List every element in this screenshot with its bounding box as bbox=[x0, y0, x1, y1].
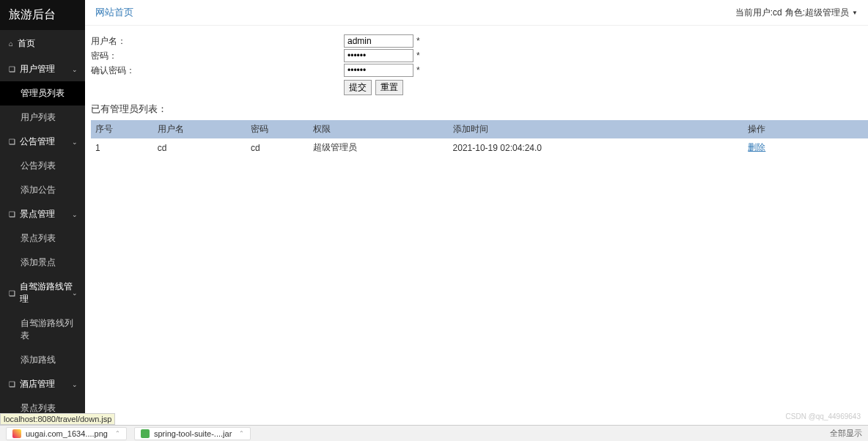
submit-button[interactable]: 提交 bbox=[344, 80, 372, 95]
chevron-down-icon: ⌄ bbox=[72, 66, 78, 73]
sidebar-item-notice-list[interactable]: 公告列表 bbox=[0, 154, 85, 178]
required-star: * bbox=[416, 36, 420, 46]
user-info[interactable]: 当前用户:cd 角色:超级管理员 ▼ bbox=[735, 7, 858, 19]
layers-icon: ❑ bbox=[9, 210, 15, 218]
th-action: 操作 bbox=[743, 120, 868, 138]
topbar: 网站首页 当前用户:cd 角色:超级管理员 ▼ bbox=[85, 0, 868, 26]
nav-label: 酒店管理 bbox=[20, 378, 55, 390]
role-label: 角色:超级管理员 bbox=[785, 7, 849, 19]
layers-icon: ❑ bbox=[9, 289, 15, 297]
username-label: 用户名： bbox=[91, 35, 344, 48]
layers-icon: ❑ bbox=[9, 138, 15, 146]
required-star: * bbox=[416, 65, 420, 75]
home-link[interactable]: 网站首页 bbox=[95, 6, 133, 19]
sidebar-item-user-list[interactable]: 用户列表 bbox=[0, 105, 85, 130]
sidebar-group-spot[interactable]: ❑ 景点管理 ⌄ bbox=[0, 202, 85, 226]
th-role: 权限 bbox=[309, 120, 449, 138]
sidebar-item-spot-list[interactable]: 景点列表 bbox=[0, 226, 85, 251]
chevron-down-icon: ⌄ bbox=[72, 289, 78, 297]
cell-role: 超级管理员 bbox=[309, 138, 449, 157]
sidebar-item-admin-list[interactable]: 管理员列表 bbox=[0, 81, 85, 105]
password-label: 密码： bbox=[91, 50, 344, 62]
sidebar-group-notice[interactable]: ❑ 公告管理 ⌄ bbox=[0, 130, 85, 154]
confirm-label: 确认密码： bbox=[91, 64, 344, 77]
sidebar-item-add-route[interactable]: 添加路线 bbox=[0, 348, 85, 372]
cell-no: 1 bbox=[91, 138, 153, 157]
chevron-down-icon: ⌄ bbox=[72, 138, 78, 146]
sidebar-home[interactable]: ⌂ 首页 bbox=[0, 30, 85, 57]
cell-password: cd bbox=[246, 138, 309, 157]
sidebar-item-add-spot[interactable]: 添加景点 bbox=[0, 251, 85, 275]
sidebar-group-route[interactable]: ❑ 自驾游路线管理 ⌄ bbox=[0, 275, 85, 311]
th-password: 密码 bbox=[246, 120, 309, 138]
admin-table: 序号 用户名 密码 权限 添加时间 操作 1 cd cd 超级管理员 2021- bbox=[91, 120, 868, 157]
nav-label: 自驾游路线管理 bbox=[20, 281, 76, 305]
password-input[interactable] bbox=[344, 49, 413, 62]
sidebar-item-route-list[interactable]: 自驾游路线列表 bbox=[0, 311, 85, 348]
table-row: 1 cd cd 超级管理员 2021-10-19 02:04:24.0 删除 bbox=[91, 138, 868, 157]
nav-label: 首页 bbox=[18, 37, 35, 50]
layers-icon: ❑ bbox=[9, 380, 15, 388]
current-user: 当前用户:cd bbox=[735, 7, 782, 19]
confirm-input[interactable] bbox=[344, 64, 413, 77]
status-tooltip: localhost:8080/travel/down.jsp bbox=[0, 413, 115, 425]
content-area: 用户名： * 密码： * 确认密码： * 提交 重置 已有管理员列表： bbox=[85, 26, 868, 157]
chevron-down-icon: ⌄ bbox=[72, 211, 78, 218]
nav-label: 公告管理 bbox=[20, 136, 55, 148]
home-icon: ⌂ bbox=[9, 40, 13, 48]
cell-time: 2021-10-19 02:04:24.0 bbox=[449, 138, 744, 157]
nav-label: 景点管理 bbox=[20, 208, 55, 220]
delete-link[interactable]: 删除 bbox=[748, 142, 765, 152]
cell-username: cd bbox=[153, 138, 246, 157]
sidebar-item-add-notice[interactable]: 添加公告 bbox=[0, 178, 85, 202]
layers-icon: ❑ bbox=[9, 65, 15, 73]
brand-title: 旅游后台 bbox=[0, 0, 85, 30]
caret-down-icon: ▼ bbox=[852, 10, 858, 16]
th-time: 添加时间 bbox=[449, 120, 744, 138]
watermark: CSDN @qq_44969643 bbox=[786, 412, 861, 420]
reset-button[interactable]: 重置 bbox=[375, 80, 403, 95]
sidebar-group-hotel[interactable]: ❑ 酒店管理 ⌄ bbox=[0, 372, 85, 396]
chevron-down-icon: ⌄ bbox=[72, 381, 78, 388]
main-panel: 网站首页 当前用户:cd 角色:超级管理员 ▼ 用户名： * 密码： * 确认密… bbox=[85, 0, 868, 425]
nav-label: 用户管理 bbox=[20, 63, 55, 75]
th-username: 用户名 bbox=[153, 120, 246, 138]
required-star: * bbox=[416, 51, 420, 61]
list-title: 已有管理员列表： bbox=[91, 103, 868, 116]
th-no: 序号 bbox=[91, 120, 153, 138]
username-input[interactable] bbox=[344, 34, 413, 48]
sidebar-group-user[interactable]: ❑ 用户管理 ⌄ bbox=[0, 57, 85, 81]
sidebar: 旅游后台 ⌂ 首页 ❑ 用户管理 ⌄ 管理员列表 用户列表 ❑ 公告管理 ⌄ 公… bbox=[0, 0, 85, 425]
